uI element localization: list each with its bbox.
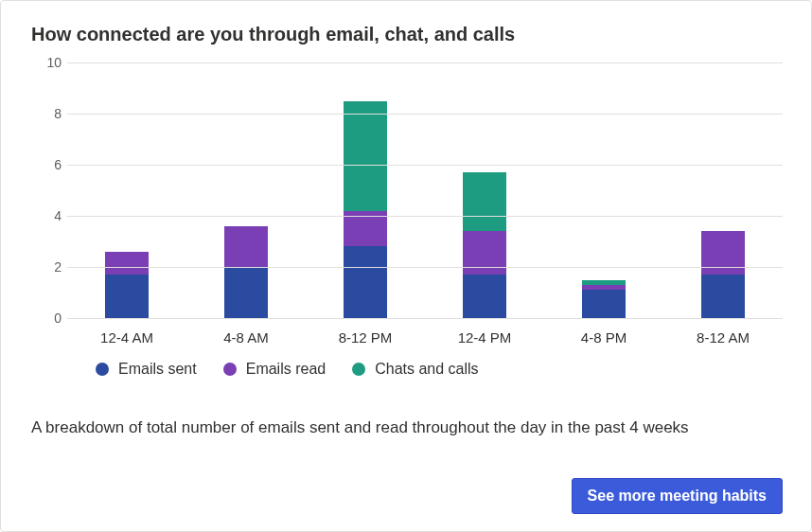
x-tick-label: 4-8 AM xyxy=(203,329,289,346)
bar xyxy=(582,280,626,318)
x-axis: 12-4 AM4-8 AM8-12 PM12-4 PM4-8 PM8-12 AM xyxy=(67,329,783,346)
bar-segment-chats xyxy=(344,101,387,211)
x-tick-label: 12-4 PM xyxy=(442,329,527,346)
bar-segment-read xyxy=(105,252,149,275)
bar-segment-read xyxy=(463,231,506,275)
bar xyxy=(224,226,268,318)
gridline xyxy=(67,267,783,268)
y-tick-label: 10 xyxy=(46,55,62,70)
y-tick-label: 4 xyxy=(54,208,62,223)
legend-item-sent: Emails sent xyxy=(96,361,197,378)
legend-item-chats: Chats and calls xyxy=(352,361,478,378)
bar xyxy=(463,172,506,318)
gridline xyxy=(67,62,783,63)
gridline xyxy=(67,114,783,115)
y-tick-label: 8 xyxy=(54,106,62,121)
card-description: A breakdown of total number of emails se… xyxy=(31,417,769,439)
bar xyxy=(344,101,387,318)
card-title: How connected are you through email, cha… xyxy=(31,24,783,45)
x-tick-label: 8-12 AM xyxy=(680,329,766,346)
gridline xyxy=(67,165,783,166)
legend-label-chats: Chats and calls xyxy=(375,361,478,378)
bar-segment-sent xyxy=(463,275,506,318)
y-tick-label: 0 xyxy=(54,310,62,326)
see-more-meeting-habits-button[interactable]: See more meeting habits xyxy=(572,478,783,514)
bar-segment-sent xyxy=(701,275,745,318)
y-axis: 0246810 xyxy=(33,62,67,318)
bar-segment-read xyxy=(701,231,745,275)
legend-swatch-sent xyxy=(96,363,109,376)
bar-segment-sent xyxy=(105,275,149,318)
legend-item-read: Emails read xyxy=(223,361,326,378)
legend-label-read: Emails read xyxy=(246,361,326,378)
bar-segment-sent xyxy=(582,290,626,318)
legend-label-sent: Emails sent xyxy=(118,361,197,378)
x-tick-label: 8-12 PM xyxy=(323,329,408,346)
x-tick-label: 4-8 PM xyxy=(561,329,646,346)
bar-segment-read xyxy=(224,226,268,267)
y-tick-label: 6 xyxy=(54,157,62,172)
bar-segment-sent xyxy=(344,246,387,318)
gridline xyxy=(67,216,783,217)
x-tick-label: 12-4 AM xyxy=(84,329,169,346)
bar-segment-chats xyxy=(463,172,506,231)
y-tick-label: 2 xyxy=(54,259,62,275)
bar xyxy=(701,231,745,318)
legend-swatch-chats xyxy=(352,363,365,376)
bar-segment-sent xyxy=(224,267,268,318)
stacked-bar-chart: 0246810 xyxy=(67,62,783,318)
insights-card: How connected are you through email, cha… xyxy=(0,0,812,532)
legend: Emails sent Emails read Chats and calls xyxy=(96,361,783,378)
gridline xyxy=(67,318,783,319)
bars-container xyxy=(67,62,783,318)
bar xyxy=(105,252,149,318)
legend-swatch-read xyxy=(223,363,237,376)
